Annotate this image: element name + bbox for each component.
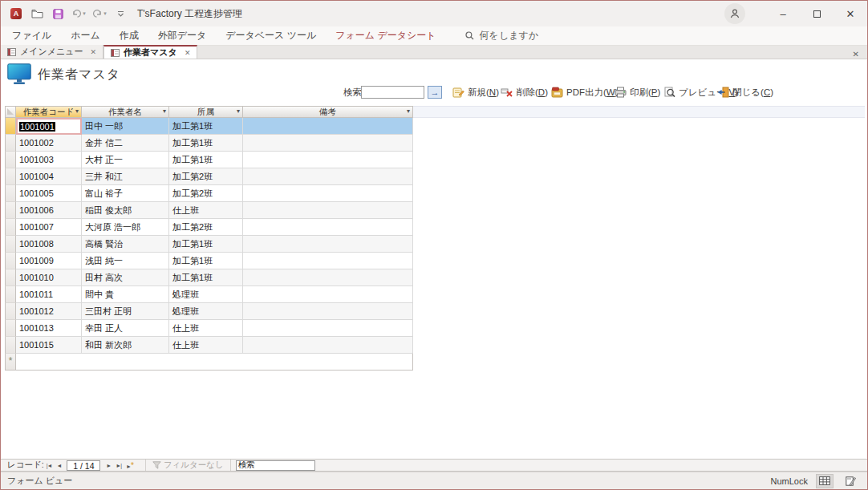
close-form-button[interactable]: 閉じる(C)	[717, 82, 773, 103]
datasheet-view-icon[interactable]	[816, 474, 834, 488]
close-button[interactable]: ✕	[834, 1, 867, 26]
cell[interactable]: 間中 貴	[82, 286, 169, 303]
cell[interactable]: 1001013	[16, 320, 82, 337]
cell[interactable]	[243, 202, 413, 219]
open-folder-icon[interactable]	[28, 5, 46, 22]
cell[interactable]: 1001001	[16, 118, 82, 135]
cell[interactable]: 加工第2班	[169, 219, 243, 236]
column-dropdown-icon[interactable]: ▾	[163, 107, 166, 115]
cell[interactable]: 加工第1班	[169, 152, 243, 168]
pdf-output-button[interactable]: PDF出力(W)	[551, 82, 619, 103]
cell[interactable]: 三田村 正明	[82, 303, 169, 320]
table-row[interactable]: 1001011間中 貴処理班	[5, 286, 413, 303]
cell[interactable]: 加工第1班	[169, 236, 243, 253]
column-header-department[interactable]: 所属 ▾	[169, 106, 243, 118]
row-selector[interactable]	[5, 219, 16, 236]
access-app-icon[interactable]: A	[7, 5, 25, 22]
cell[interactable]	[243, 219, 413, 236]
cell[interactable]: 加工第1班	[169, 269, 243, 286]
cell[interactable]: 大村 正一	[82, 152, 169, 168]
cell[interactable]: 加工第2班	[169, 185, 243, 202]
cell[interactable]	[243, 152, 413, 168]
row-selector[interactable]	[5, 168, 16, 185]
table-row[interactable]: 1001013幸田 正人仕上班	[5, 320, 413, 337]
cell[interactable]: 田村 高次	[82, 269, 169, 286]
account-icon[interactable]	[724, 3, 745, 24]
cell[interactable]: 1001006	[16, 202, 82, 219]
new-blank-record-button[interactable]: ►*	[124, 461, 136, 470]
cell[interactable]: 稲田 俊太郎	[82, 202, 169, 219]
column-header-worker-name[interactable]: 作業者名 ▾	[82, 106, 169, 118]
cell[interactable]: 処理班	[169, 286, 243, 303]
cell[interactable]: 1001003	[16, 152, 82, 168]
customize-qat-icon[interactable]	[112, 5, 129, 22]
cell[interactable]: 処理班	[169, 303, 243, 320]
cell[interactable]	[243, 236, 413, 253]
cell[interactable]: 仕上班	[169, 337, 243, 354]
table-row[interactable]: 1001008高橋 賢治加工第1班	[5, 236, 413, 253]
delete-record-button[interactable]: 削除(D)	[501, 82, 548, 103]
new-row-cells[interactable]	[16, 354, 413, 371]
cell[interactable]: 1001008	[16, 236, 82, 253]
row-selector[interactable]	[5, 269, 16, 286]
cell[interactable]: 大河原 浩一郎	[82, 219, 169, 236]
cell[interactable]	[243, 337, 413, 354]
cell[interactable]: 高橋 賢治	[82, 236, 169, 253]
cell[interactable]: 三井 和江	[82, 168, 169, 185]
row-selector[interactable]	[5, 202, 16, 219]
table-row[interactable]: 1001004三井 和江加工第2班	[5, 168, 413, 185]
cell[interactable]: 1001012	[16, 303, 82, 320]
row-selector[interactable]	[5, 337, 16, 354]
cell[interactable]: 和田 新次郎	[82, 337, 169, 354]
doc-tab-close-icon[interactable]: ✕	[185, 49, 191, 57]
table-row[interactable]: 1001010田村 高次加工第1班	[5, 269, 413, 286]
row-selector[interactable]	[5, 185, 16, 202]
row-selector[interactable]	[5, 118, 16, 135]
cell[interactable]: 加工第1班	[169, 135, 243, 152]
doc-tab-worker-master[interactable]: 作業者マスタ ✕	[103, 45, 197, 59]
cell[interactable]: 1001011	[16, 286, 82, 303]
row-selector[interactable]	[5, 320, 16, 337]
ribbon-tab-database-tools[interactable]: データベース ツール	[216, 26, 326, 45]
cell[interactable]	[243, 253, 413, 269]
tell-me-search[interactable]: 何をしますか	[465, 29, 538, 43]
design-view-icon[interactable]	[842, 474, 859, 488]
doc-tab-close-icon[interactable]: ✕	[91, 48, 97, 56]
cell[interactable]	[243, 135, 413, 152]
ribbon-tab-create[interactable]: 作成	[110, 26, 148, 45]
table-row[interactable]: 1001002金井 信二加工第1班	[5, 135, 413, 152]
cell[interactable]	[243, 303, 413, 320]
search-input[interactable]	[361, 86, 424, 99]
row-selector[interactable]	[5, 135, 16, 152]
table-row[interactable]: 1001015和田 新次郎仕上班	[5, 337, 413, 354]
save-icon[interactable]	[49, 5, 67, 22]
row-selector[interactable]	[5, 286, 16, 303]
cell[interactable]: 加工第1班	[169, 118, 243, 135]
cell[interactable]: 1001007	[16, 219, 82, 236]
previous-record-button[interactable]: ◄	[54, 463, 63, 468]
search-field[interactable]: →	[361, 82, 442, 103]
cell[interactable]	[243, 118, 413, 135]
cell[interactable]: 加工第2班	[169, 168, 243, 185]
print-button[interactable]: 印刷(P)	[614, 82, 660, 103]
column-header-worker-code[interactable]: 作業者コード ▾	[16, 106, 82, 118]
column-dropdown-icon[interactable]: ▾	[237, 107, 240, 115]
cell[interactable]: 1001004	[16, 168, 82, 185]
select-all-corner[interactable]	[5, 106, 16, 118]
row-selector[interactable]	[5, 303, 16, 320]
column-dropdown-icon[interactable]: ▾	[75, 107, 79, 115]
filter-indicator[interactable]: フィルターなし	[145, 460, 231, 471]
next-record-button[interactable]: ►	[103, 463, 113, 468]
ribbon-tab-file[interactable]: ファイル	[1, 26, 61, 45]
row-selector[interactable]	[5, 253, 16, 269]
maximize-button[interactable]	[800, 1, 834, 26]
cell[interactable]	[243, 185, 413, 202]
cell[interactable]: 田中 一郎	[82, 118, 169, 135]
cell[interactable]: 1001015	[16, 337, 82, 354]
cell[interactable]: 富山 裕子	[82, 185, 169, 202]
cell[interactable]: 1001009	[16, 253, 82, 269]
cell[interactable]	[243, 168, 413, 185]
table-row[interactable]: 1001006稲田 俊太郎仕上班	[5, 202, 413, 219]
cell[interactable]: 浅田 純一	[82, 253, 169, 269]
column-header-note[interactable]: 備考 ▾	[243, 106, 413, 118]
